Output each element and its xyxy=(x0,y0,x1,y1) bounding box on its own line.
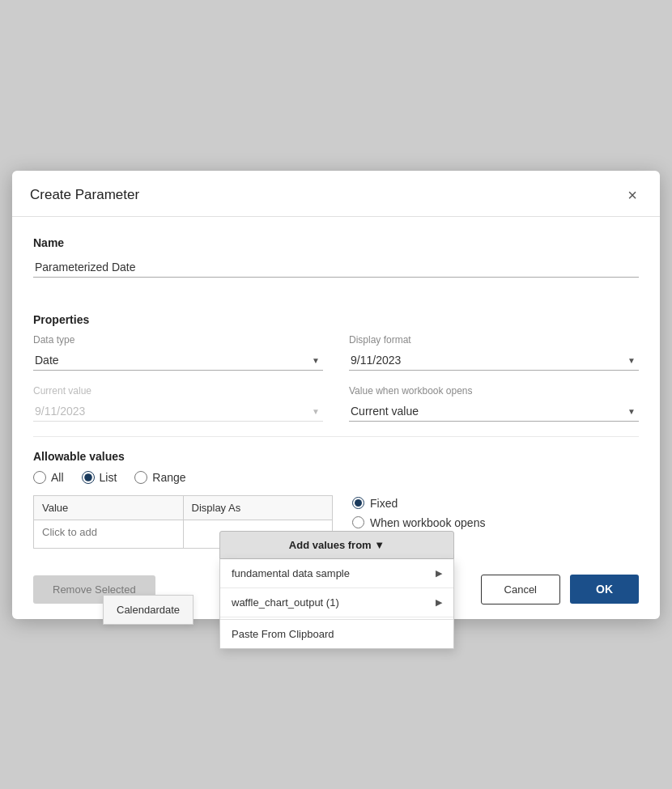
radio-fixed[interactable] xyxy=(352,497,364,509)
allowable-section: Allowable values All List Range xyxy=(33,450,639,484)
value-when-opens-label: Value when workbook opens xyxy=(349,385,639,397)
dropdown-menu: fundamental data sample ▶ Calendardate w… xyxy=(219,559,454,649)
radio-when-opens[interactable] xyxy=(352,516,364,528)
calendardate-popup[interactable]: Calendardate xyxy=(103,595,194,625)
fundamental-data-item[interactable]: fundamental data sample ▶ xyxy=(220,559,453,588)
calendardate-label: Calendardate xyxy=(117,604,180,616)
allowable-all[interactable]: All xyxy=(33,471,64,484)
current-value-box xyxy=(33,401,323,422)
fundamental-data-label: fundamental data sample xyxy=(232,567,350,579)
display-format-select[interactable]: 9/11/2023 xyxy=(349,350,639,371)
radio-all-label: All xyxy=(51,471,64,484)
data-type-group: Data type Date xyxy=(33,334,323,371)
data-type-select-wrapper: Date xyxy=(33,350,323,371)
data-type-select[interactable]: Date xyxy=(33,350,323,371)
radio-list-label: List xyxy=(100,471,117,484)
ok-button[interactable]: OK xyxy=(570,575,639,604)
waffle-chart-item[interactable]: waffle_chart_output (1) ▶ xyxy=(220,588,453,617)
cancel-button[interactable]: Cancel xyxy=(481,575,560,604)
name-input[interactable] xyxy=(33,257,639,278)
section-divider xyxy=(33,436,639,437)
current-value-label: Current value xyxy=(33,385,323,397)
dialog-header: Create Parameter × xyxy=(12,171,660,217)
value-when-opens-select[interactable]: Current value xyxy=(349,401,639,422)
list-area: Value Display As Click to add Fixed When… xyxy=(33,495,639,549)
properties-row-2: Current value Value when workbook opens … xyxy=(33,385,639,422)
paste-from-clipboard-item[interactable]: Paste From Clipboard xyxy=(220,619,453,648)
properties-row-1: Data type Date Display format 9/11/2023 xyxy=(33,334,639,371)
dialog-title: Create Parameter xyxy=(30,187,139,203)
fixed-option[interactable]: Fixed xyxy=(352,497,639,510)
name-label: Name xyxy=(33,236,639,249)
allowable-range[interactable]: Range xyxy=(134,471,185,484)
fundamental-item-wrapper: fundamental data sample ▶ Calendardate xyxy=(220,559,453,588)
fixed-label: Fixed xyxy=(370,497,398,510)
data-type-label: Data type xyxy=(33,334,323,346)
waffle-chart-label: waffle_chart_output (1) xyxy=(232,596,339,609)
when-opens-option[interactable]: When workbook opens xyxy=(352,516,639,529)
radio-range[interactable] xyxy=(134,471,147,484)
radio-list[interactable] xyxy=(82,471,95,484)
radio-all[interactable] xyxy=(33,471,46,484)
current-value-group: Current value xyxy=(33,385,323,422)
list-table-header: Value Display As xyxy=(34,496,332,520)
name-section: Name xyxy=(33,236,639,295)
col-header-value: Value xyxy=(34,496,184,520)
create-parameter-dialog: Create Parameter × Name Properties Data … xyxy=(12,171,660,619)
col-header-display-as: Display As xyxy=(184,496,333,520)
waffle-arrow-icon: ▶ xyxy=(436,597,442,608)
close-button[interactable]: × xyxy=(623,185,642,205)
radio-range-label: Range xyxy=(152,471,185,484)
allowable-list[interactable]: List xyxy=(82,471,117,484)
display-format-label: Display format xyxy=(349,334,639,346)
fundamental-arrow-icon: ▶ xyxy=(436,568,442,579)
display-format-select-wrapper: 9/11/2023 xyxy=(349,350,639,371)
display-format-group: Display format 9/11/2023 xyxy=(349,334,639,371)
when-opens-label: When workbook opens xyxy=(370,516,485,529)
allowable-radio-group: All List Range xyxy=(33,471,639,484)
dialog-body: Name Properties Data type Date Display f… xyxy=(12,217,660,563)
value-when-opens-group: Value when workbook opens Current value xyxy=(349,385,639,422)
list-right: Fixed When workbook opens Add values fro… xyxy=(333,495,639,549)
allowable-label: Allowable values xyxy=(33,450,639,463)
value-when-opens-select-wrapper: Current value xyxy=(349,401,639,422)
dropdown-container: Add values from ▼ fundamental data sampl… xyxy=(219,531,454,649)
add-values-button[interactable]: Add values from ▼ xyxy=(219,531,454,559)
click-to-add-cell[interactable]: Click to add xyxy=(34,520,184,548)
properties-section: Properties Data type Date Display format xyxy=(33,313,639,422)
current-value-input xyxy=(33,401,323,422)
properties-label: Properties xyxy=(33,313,639,326)
